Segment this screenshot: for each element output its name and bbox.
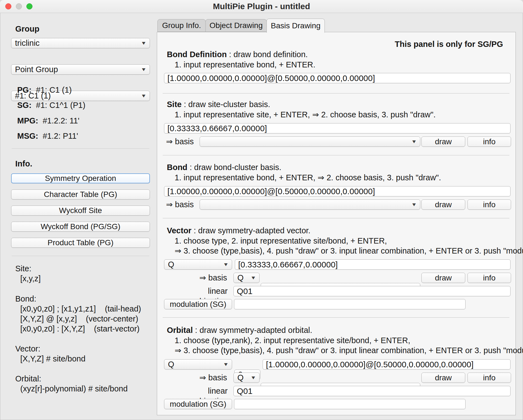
site-input[interactable] — [164, 123, 511, 133]
sidebar-divider — [12, 148, 149, 149]
vector-lincomb-input[interactable] — [233, 286, 511, 296]
orbital-basis-label: ⇒ basis — [166, 373, 227, 383]
sg-value: #1: C1^1 (P1) — [36, 100, 86, 110]
orbital-basis-row: ⇒ basis Q▼ ▼ draw info — [157, 373, 516, 383]
sidebar-divider — [12, 256, 149, 256]
orbital-lincomb-row: linear combination — [157, 386, 516, 396]
section-divider — [163, 317, 509, 318]
vector-basis-type-value: Q — [237, 273, 244, 282]
mpg-value: #1.2.2: 11' — [43, 116, 79, 126]
orbital-modulation-input[interactable] — [234, 399, 466, 409]
group-heading: Group — [15, 24, 39, 34]
vector-heading-bold: Vector — [167, 226, 192, 235]
chevron-down-icon: ▼ — [141, 93, 147, 99]
orbital-step2: ⇒ 3. choose (type,basis), 4. push "draw"… — [175, 345, 523, 355]
legend-orbital-line: (xyz[r]-polynomial) # site/bond — [20, 384, 141, 394]
orbital-heading-desc: : draw symmetry-adapted orbital. — [193, 326, 312, 335]
site-heading: Site : draw site-cluster basis. — [167, 99, 270, 109]
vector-modulation-input[interactable] — [234, 299, 466, 309]
bond-heading-desc: : draw bond-cluster basis. — [187, 163, 281, 172]
bond-input[interactable] — [164, 186, 511, 196]
vector-input[interactable] — [235, 259, 511, 270]
site-draw-button[interactable]: draw — [421, 136, 465, 147]
sg-row: SG: #1: C1^1 (P1) — [17, 100, 86, 110]
vector-modulation-row: modulation (SG) — [157, 299, 516, 309]
chevron-down-icon: ▼ — [250, 375, 256, 381]
notation-legend: Site: [x,y,z] Bond: [x0,y0,z0] ; [x1,y1,… — [15, 264, 141, 394]
title-bar: MultiPie Plugin - untitled — [0, 0, 523, 13]
vector-modulation-button[interactable]: modulation (SG) — [164, 299, 232, 309]
bond-definition-input[interactable] — [164, 73, 511, 83]
legend-site-label: Site: — [15, 264, 141, 274]
bond-draw-button[interactable]: draw — [421, 199, 465, 210]
legend-bond-line: [X,Y,Z] @ [x,y,z] (vector-center) — [20, 314, 141, 324]
vector-type-value: Q — [168, 260, 174, 269]
symmetry-operation-button[interactable]: Symmetry Operation — [11, 173, 150, 183]
site-basis-dropdown[interactable]: ▼ — [200, 136, 420, 147]
chevron-down-icon: ▼ — [411, 202, 417, 208]
vector-heading: Vector : draw symmetry-adapted vector. — [167, 226, 310, 236]
group-type-dropdown[interactable]: Point Group ▼ — [11, 64, 150, 75]
site-basis-row: ⇒ basis ▼ draw info — [157, 136, 516, 147]
orbital-representative-row: Q▼ 0▼ — [157, 359, 516, 370]
legend-vector-label: Vector: — [15, 344, 141, 354]
bond-definition-step1: 1. input representative bond, + ENTER. — [175, 60, 315, 70]
site-heading-bold: Site — [167, 100, 182, 109]
vector-lincomb-row: linear combination — [157, 286, 516, 296]
vector-step2: ⇒ 3. choose (type,basis), 4. push "draw"… — [175, 246, 523, 256]
group-type-value: Point Group — [15, 65, 58, 74]
orbital-basis-type-dropdown[interactable]: Q▼ — [233, 373, 260, 383]
bond-step1: 1. input representative bond, + ENTER, ⇒… — [175, 173, 441, 183]
bond-basis-dropdown[interactable]: ▼ — [200, 199, 420, 210]
wyckoff-site-button[interactable]: Wyckoff Site — [11, 206, 150, 216]
bond-basis-label: ⇒ basis — [166, 199, 194, 210]
crystal-system-dropdown[interactable]: triclinic ▼ — [11, 38, 150, 48]
vector-step1: 1. choose type, 2. input representative … — [175, 236, 387, 246]
orbital-info-button[interactable]: info — [467, 373, 511, 383]
product-table-button[interactable]: Product Table (PG) — [11, 238, 150, 248]
site-step1: 1. input representative site, + ENTER, ⇒… — [175, 110, 436, 120]
character-table-button[interactable]: Character Table (PG) — [11, 189, 150, 199]
site-heading-desc: : draw site-cluster basis. — [182, 100, 270, 109]
chevron-down-icon: ▼ — [223, 362, 229, 367]
tab-group-info[interactable]: Group Info. — [157, 19, 206, 32]
chevron-down-icon: ▼ — [223, 262, 229, 267]
msg-value: #1.2: P11' — [43, 131, 78, 141]
wyckoff-bond-button[interactable]: Wyckoff Bond (PG/SG) — [11, 222, 150, 232]
msg-label: MSG: — [17, 131, 38, 141]
legend-bond-line: [x0,y0,z0] ; [x1,y1,z1] (tail-head) — [20, 304, 141, 314]
chevron-down-icon: ▼ — [250, 275, 256, 281]
tab-object-drawing[interactable]: Object Drawing — [205, 19, 267, 32]
bond-heading-bold: Bond — [167, 163, 187, 172]
bond-definition-heading-desc: : draw bond definition. — [227, 50, 308, 59]
orbital-step1: 1. choose (type,rank), 2. input represen… — [175, 335, 410, 345]
basis-drawing-panel: This panel is only for SG/PG Bond Defini… — [157, 32, 516, 415]
orbital-modulation-button[interactable]: modulation (SG) — [164, 399, 232, 409]
window-title: MultiPie Plugin - untitled — [0, 0, 523, 13]
orbital-draw-button[interactable]: draw — [421, 373, 465, 383]
pg-label: PG: — [17, 85, 32, 95]
legend-vector-line: [X,Y,Z] # site/bond — [20, 354, 141, 364]
vector-draw-button[interactable]: draw — [421, 273, 465, 283]
orbital-lincomb-input[interactable] — [233, 386, 511, 396]
vector-basis-type-dropdown[interactable]: Q▼ — [233, 273, 260, 283]
vector-representative-row: Q▼ — [157, 259, 516, 270]
bond-info-button[interactable]: info — [467, 199, 511, 210]
msg-row: MSG: #1.2: P11' — [17, 131, 78, 141]
orbital-heading-bold: Orbital — [167, 326, 193, 335]
vector-type-dropdown[interactable]: Q▼ — [164, 259, 232, 270]
chevron-down-icon: ▼ — [141, 41, 147, 46]
vector-info-button[interactable]: info — [467, 273, 511, 283]
orbital-input[interactable] — [263, 359, 511, 370]
orbital-modulation-row: modulation (SG) — [157, 399, 516, 409]
orbital-type-dropdown[interactable]: Q▼ — [164, 359, 232, 370]
pg-row: PG: #1: C1 (1) — [17, 85, 72, 95]
app-window: MultiPie Plugin - untitled Group triclin… — [0, 0, 523, 420]
crystal-system-value: triclinic — [15, 39, 40, 48]
orbital-heading: Orbital : draw symmetry-adapted orbital. — [167, 325, 312, 335]
legend-orbital-label: Orbital: — [15, 374, 141, 384]
site-info-button[interactable]: info — [467, 136, 511, 147]
sidebar: Group triclinic ▼ Point Group ▼ #1: C1 (… — [11, 13, 150, 420]
vector-heading-desc: : draw symmetry-adapted vector. — [192, 226, 311, 235]
tab-basis-drawing[interactable]: Basis Drawing — [266, 19, 325, 33]
